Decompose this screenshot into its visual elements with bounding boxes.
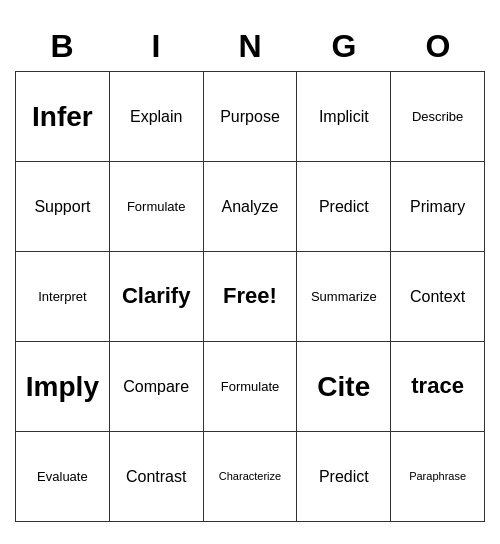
bingo-cell: Support — [16, 162, 110, 252]
header-letter: O — [391, 22, 485, 71]
cell-label: Predict — [319, 197, 369, 216]
cell-label: Clarify — [122, 283, 190, 309]
cell-label: Predict — [319, 467, 369, 486]
cell-label: Explain — [130, 107, 182, 126]
bingo-cell: Summarize — [297, 252, 391, 342]
cell-label: Infer — [32, 100, 93, 134]
cell-label: Formulate — [221, 379, 280, 395]
bingo-cell: Purpose — [204, 72, 298, 162]
bingo-card: BINGO InferExplainPurposeImplicitDescrib… — [15, 22, 485, 522]
cell-label: Formulate — [127, 199, 186, 215]
bingo-cell: Imply — [16, 342, 110, 432]
bingo-cell: Evaluate — [16, 432, 110, 522]
bingo-cell: Free! — [204, 252, 298, 342]
bingo-grid: InferExplainPurposeImplicitDescribeSuppo… — [15, 71, 485, 522]
header-letter: N — [203, 22, 297, 71]
bingo-cell: Contrast — [110, 432, 204, 522]
bingo-cell: Predict — [297, 432, 391, 522]
bingo-cell: Clarify — [110, 252, 204, 342]
bingo-cell: Infer — [16, 72, 110, 162]
bingo-cell: trace — [391, 342, 485, 432]
bingo-cell: Characterize — [204, 432, 298, 522]
cell-label: Interpret — [38, 289, 86, 305]
cell-label: Summarize — [311, 289, 377, 305]
cell-label: Purpose — [220, 107, 280, 126]
cell-label: Describe — [412, 109, 463, 125]
cell-label: Imply — [26, 370, 99, 404]
bingo-cell: Predict — [297, 162, 391, 252]
header-letter: B — [15, 22, 109, 71]
cell-label: trace — [411, 373, 464, 399]
cell-label: Contrast — [126, 467, 186, 486]
bingo-cell: Compare — [110, 342, 204, 432]
bingo-cell: Paraphrase — [391, 432, 485, 522]
cell-label: Paraphrase — [409, 470, 466, 483]
cell-label: Context — [410, 287, 465, 306]
cell-label: Free! — [223, 283, 277, 309]
bingo-header: BINGO — [15, 22, 485, 71]
cell-label: Primary — [410, 197, 465, 216]
bingo-cell: Implicit — [297, 72, 391, 162]
bingo-cell: Cite — [297, 342, 391, 432]
cell-label: Evaluate — [37, 469, 88, 485]
bingo-cell: Context — [391, 252, 485, 342]
bingo-cell: Interpret — [16, 252, 110, 342]
header-letter: I — [109, 22, 203, 71]
bingo-cell: Formulate — [204, 342, 298, 432]
bingo-cell: Formulate — [110, 162, 204, 252]
cell-label: Support — [34, 197, 90, 216]
bingo-cell: Explain — [110, 72, 204, 162]
cell-label: Compare — [123, 377, 189, 396]
bingo-cell: Analyze — [204, 162, 298, 252]
bingo-cell: Describe — [391, 72, 485, 162]
cell-label: Cite — [317, 370, 370, 404]
cell-label: Implicit — [319, 107, 369, 126]
bingo-cell: Primary — [391, 162, 485, 252]
cell-label: Analyze — [222, 197, 279, 216]
cell-label: Characterize — [219, 470, 281, 483]
header-letter: G — [297, 22, 391, 71]
